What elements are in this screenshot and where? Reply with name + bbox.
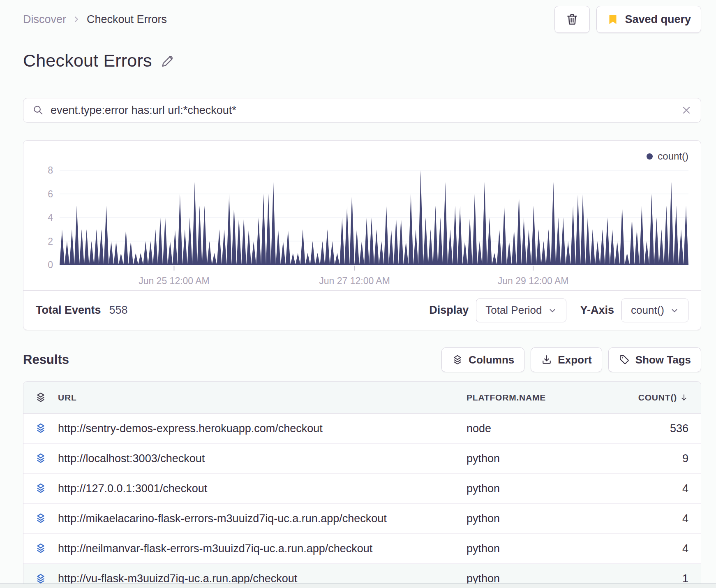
display-select-value: Total Period [485,304,542,317]
y-axis-tick-label: 0 [48,259,53,271]
chart-panel: count() 86420 Jun 25 12:00 AMJun 27 12:0… [23,140,701,330]
row-platform[interactable]: node [467,422,606,435]
row-platform[interactable]: python [467,512,606,525]
search-input[interactable]: event.type:error has:url url:*checkout* [51,104,681,117]
row-url[interactable]: http://localhost:3003/checkout [58,452,467,465]
y-axis-tick-label: 6 [48,188,53,199]
bookmark-icon [607,13,619,25]
breadcrumb: Discover Checkout Errors [23,13,167,26]
y-axis-tick-label: 8 [48,165,53,176]
row-stack-icon[interactable] [23,482,58,495]
x-axis-tick-label: Jun 29 12:00 AM [498,275,569,287]
trash-icon [565,12,579,26]
chart-plot[interactable] [60,166,688,272]
chevron-down-icon [670,306,679,315]
sort-desc-icon [679,393,688,402]
row-stack-icon[interactable] [23,512,58,525]
results-title: Results [23,352,69,367]
title-row: Checkout Errors [23,51,701,71]
row-platform[interactable]: python [467,452,606,465]
saved-query-label: Saved query [625,13,691,26]
results-bar: Results Columns Export [23,347,701,372]
discover-page: Discover Checkout Errors [0,5,716,588]
chevron-down-icon [548,306,557,315]
legend-label: count() [658,150,688,162]
row-url[interactable]: http://neilmanvar-flask-errors-m3uuizd7i… [58,542,467,555]
saved-query-button[interactable]: Saved query [596,6,701,33]
display-select[interactable]: Total Period [476,299,566,322]
table-row[interactable]: http://neilmanvar-flask-errors-m3uuizd7i… [23,534,701,564]
row-stack-icon[interactable] [23,422,58,435]
chart-footer: Total Events 558 Display Total Period Y-… [23,290,701,330]
delete-query-button[interactable] [554,6,590,33]
y-axis-tick-label: 2 [48,236,53,247]
count-area-chart[interactable] [60,166,688,272]
results-table: URL PLATFORM.NAME COUNT() http://sentry-… [23,381,701,588]
chart-legend[interactable]: count() [34,149,688,164]
columns-button[interactable]: Columns [441,347,524,372]
tag-icon [619,354,630,366]
total-events-value: 558 [109,304,128,317]
show-tags-button-label: Show Tags [635,354,691,366]
row-count[interactable]: 4 [606,542,688,555]
table-row[interactable]: http://sentry-demos-express.herokuapp.co… [23,414,701,444]
row-stack-icon[interactable] [23,452,58,465]
column-header-platform[interactable]: PLATFORM.NAME [467,393,606,403]
horizontal-scrollbar[interactable] [0,583,716,588]
row-count[interactable]: 9 [606,452,688,465]
edit-pencil-icon[interactable] [160,53,175,68]
chart-x-axis: Jun 25 12:00 AMJun 27 12:00 AMJun 29 12:… [60,272,688,290]
display-label: Display [429,304,469,317]
column-header-url[interactable]: URL [58,393,467,403]
legend-dot [647,153,653,160]
show-tags-button[interactable]: Show Tags [608,347,701,372]
column-header-count[interactable]: COUNT() [606,393,688,403]
x-axis-tick-label: Jun 27 12:00 AM [319,275,390,287]
breadcrumb-current: Checkout Errors [87,13,167,26]
results-table-body: http://sentry-demos-express.herokuapp.co… [23,414,701,588]
search-bar: event.type:error has:url url:*checkout* [23,98,701,123]
total-events-label: Total Events [36,304,101,317]
table-header-row: URL PLATFORM.NAME COUNT() [23,382,701,414]
clear-search-icon[interactable] [681,105,692,116]
download-icon [541,354,552,366]
row-count[interactable]: 4 [606,512,688,525]
row-stack-icon[interactable] [23,542,58,555]
row-count[interactable]: 4 [606,482,688,495]
y-axis-tick-label: 4 [48,212,53,223]
table-row[interactable]: http://localhost:3003/checkout python 9 [23,444,701,474]
row-platform[interactable]: python [467,482,606,495]
yaxis-select[interactable]: count() [621,299,688,322]
row-url[interactable]: http://mikaelacarino-flask-errors-m3uuiz… [58,512,467,525]
page-title: Checkout Errors [23,51,152,71]
table-row[interactable]: http://mikaelacarino-flask-errors-m3uuiz… [23,504,701,534]
yaxis-select-value: count() [631,304,664,317]
x-axis-tick-label: Jun 25 12:00 AM [139,275,210,287]
row-platform[interactable]: python [467,542,606,555]
row-url[interactable]: http://sentry-demos-express.herokuapp.co… [58,422,467,435]
search-icon [32,104,44,116]
edit-columns-stack-icon[interactable] [23,391,58,404]
topbar: Discover Checkout Errors [23,5,701,33]
yaxis-label: Y-Axis [580,304,614,317]
stack-icon [452,354,463,366]
row-count[interactable]: 536 [606,422,688,435]
columns-button-label: Columns [469,354,514,366]
chevron-right-icon [72,15,81,24]
chart-y-axis: 86420 [34,166,60,272]
row-stack-icon[interactable] [23,573,58,585]
table-row[interactable]: http://127.0.0.1:3001/checkout python 4 [23,474,701,504]
topbar-actions: Saved query [554,6,701,33]
breadcrumb-discover-link[interactable]: Discover [23,13,66,26]
row-url[interactable]: http://127.0.0.1:3001/checkout [58,482,467,495]
export-button-label: Export [558,354,591,366]
export-button[interactable]: Export [531,347,602,372]
